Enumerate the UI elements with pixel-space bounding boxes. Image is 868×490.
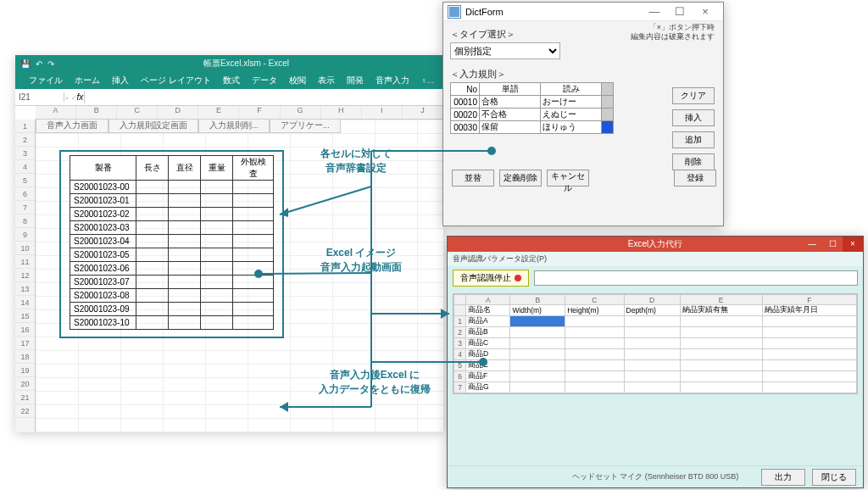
table-cell[interactable]: [169, 276, 201, 289]
table-cell[interactable]: [201, 208, 233, 221]
row-header[interactable]: 9: [15, 228, 35, 242]
table-row[interactable]: S20001023-01: [70, 194, 274, 208]
proxy-cell[interactable]: 商品D: [466, 349, 510, 360]
table-cell[interactable]: [136, 181, 169, 194]
proxy-cell[interactable]: 商品B: [466, 327, 510, 338]
col-header[interactable]: F: [239, 106, 280, 119]
proxy-col-header[interactable]: [454, 295, 466, 305]
save-icon[interactable]: 💾: [20, 59, 31, 69]
proxy-cell[interactable]: 7: [454, 382, 466, 393]
voice-stop-button[interactable]: 音声認識停止: [453, 270, 529, 287]
proxy-cell[interactable]: [680, 382, 762, 393]
minimize-icon[interactable]: —: [642, 3, 667, 21]
table-cell[interactable]: [136, 289, 169, 303]
proxy-col-header[interactable]: C: [565, 295, 624, 305]
proxy-cell[interactable]: 4: [454, 349, 466, 360]
tab-voice[interactable]: 音声入力: [370, 75, 415, 86]
table-cell[interactable]: [169, 221, 201, 235]
row-header[interactable]: 19: [15, 364, 35, 377]
undo-icon[interactable]: ↶: [36, 59, 42, 69]
proxy-header-cell[interactable]: 商品名: [466, 305, 510, 316]
proxy-cell[interactable]: [680, 316, 762, 327]
col-header[interactable]: I: [362, 106, 403, 119]
table-cell[interactable]: S20001023-02: [70, 208, 136, 221]
tab-file[interactable]: ファイル: [24, 75, 68, 86]
rule-cell[interactable]: 不合格: [480, 109, 541, 121]
close-button[interactable]: 閉じる: [812, 469, 856, 486]
table-cell[interactable]: [169, 248, 201, 262]
proxy-cell[interactable]: [565, 327, 624, 338]
table-cell[interactable]: [201, 221, 233, 235]
delete-button[interactable]: 削除: [672, 153, 715, 170]
table-cell[interactable]: S20001023-06: [70, 262, 136, 276]
row-header[interactable]: 1: [15, 120, 35, 133]
table-cell[interactable]: [233, 235, 274, 248]
proxy-cell[interactable]: [624, 327, 680, 338]
rule-cell[interactable]: [602, 109, 614, 121]
table-row[interactable]: S20001023-03: [70, 221, 274, 235]
rule-cell[interactable]: 合格: [480, 96, 541, 109]
proxy-cell[interactable]: [762, 360, 857, 371]
proxy-cell[interactable]: 1: [454, 316, 466, 327]
proxy-cell[interactable]: 3: [454, 338, 466, 349]
proxy-cell[interactable]: [510, 349, 565, 360]
row-header[interactable]: 20: [15, 377, 35, 391]
table-cell[interactable]: [169, 194, 201, 208]
rule-cell[interactable]: えぬじー: [541, 109, 602, 121]
proxy-row[interactable]: 3商品C: [454, 338, 857, 349]
table-cell[interactable]: S20001023-03: [70, 221, 136, 235]
proxy-cell[interactable]: [510, 382, 565, 393]
table-row[interactable]: S20001023-06: [70, 262, 274, 276]
table-cell[interactable]: [233, 276, 274, 289]
proxy-cell[interactable]: [510, 360, 565, 371]
table-header[interactable]: 直径: [169, 156, 201, 181]
proxy-cell[interactable]: [624, 371, 680, 382]
table-cell[interactable]: [136, 262, 169, 276]
table-cell[interactable]: [233, 208, 274, 221]
add-button[interactable]: 追加: [672, 131, 715, 148]
proxy-header-cell[interactable]: 納品実績年月日: [762, 305, 857, 316]
proxy-row[interactable]: 5商品E: [454, 360, 857, 371]
table-cell[interactable]: S20001023-00: [70, 181, 136, 194]
proxy-cell[interactable]: [510, 327, 565, 338]
rule-cell[interactable]: [602, 96, 614, 109]
clear-button[interactable]: クリア: [672, 87, 715, 104]
proxy-cell[interactable]: [624, 316, 680, 327]
proxy-cell[interactable]: [680, 327, 762, 338]
row-header[interactable]: 11: [15, 255, 35, 269]
table-row[interactable]: S20001023-09: [70, 303, 274, 316]
table-cell[interactable]: [233, 248, 274, 262]
row-header[interactable]: 18: [15, 350, 35, 364]
tab-data[interactable]: データ: [247, 75, 282, 86]
redo-icon[interactable]: ↷: [47, 59, 54, 69]
rule-cell[interactable]: おーけー: [541, 96, 602, 109]
proxy-cell[interactable]: [762, 349, 857, 360]
proxy-cell[interactable]: [565, 349, 624, 360]
table-cell[interactable]: S20001023-04: [70, 235, 136, 248]
proxy-cell[interactable]: [510, 371, 565, 382]
proxy-row[interactable]: 6商品F: [454, 371, 857, 382]
maximize-icon[interactable]: ☐: [822, 237, 843, 252]
table-cell[interactable]: [201, 181, 233, 194]
tab-formula[interactable]: 数式: [218, 75, 245, 86]
voice-text-input[interactable]: [534, 270, 858, 286]
table-cell[interactable]: [233, 262, 274, 276]
proxy-header-cell[interactable]: [454, 305, 466, 316]
proxy-header-cell[interactable]: Height(m): [565, 305, 624, 316]
rule-table[interactable]: No単語読み00010合格おーけー00020不合格えぬじー00030保留ほりゅう: [450, 82, 614, 134]
table-cell[interactable]: [233, 194, 274, 208]
tab-review[interactable]: 校閲: [284, 75, 311, 86]
col-header[interactable]: B: [76, 106, 117, 119]
proxy-header-cell[interactable]: Width(m): [510, 305, 565, 316]
proxy-col-header[interactable]: D: [624, 295, 680, 305]
row-header[interactable]: 12: [15, 269, 35, 282]
rule-cell[interactable]: 00010: [451, 96, 480, 109]
minimize-icon[interactable]: —: [802, 237, 822, 252]
row-header[interactable]: 15: [15, 309, 35, 323]
rule-cell[interactable]: 保留: [480, 121, 541, 134]
row-header[interactable]: 7: [15, 201, 35, 214]
table-cell[interactable]: [233, 181, 274, 194]
insert-button[interactable]: 挿入: [672, 109, 715, 126]
proxy-cell[interactable]: 商品A: [466, 316, 510, 327]
register-button[interactable]: 登録: [674, 170, 716, 187]
